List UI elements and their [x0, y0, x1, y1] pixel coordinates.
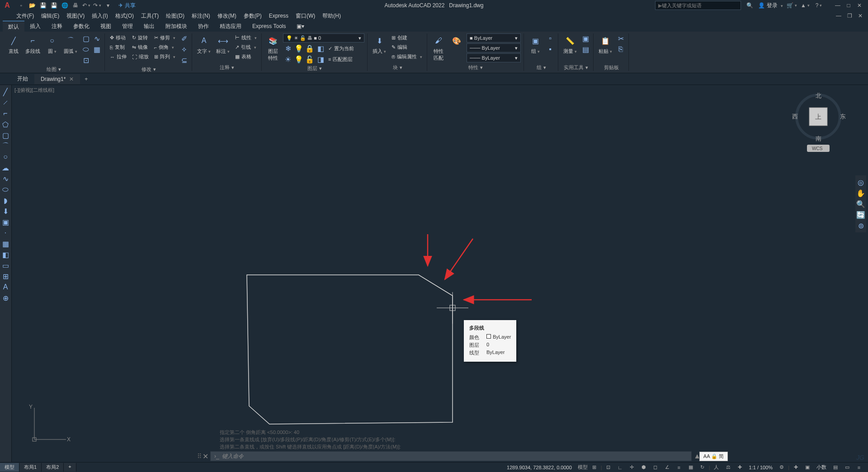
- menu-window[interactable]: 窗口(W): [292, 12, 319, 20]
- autodesk-icon[interactable]: ▲: [800, 1, 810, 10]
- doc-restore-icon[interactable]: ❐: [844, 11, 854, 20]
- tab-drawing1[interactable]: Drawing1* ✕: [34, 74, 80, 84]
- leader-button[interactable]: ↗引线: [233, 43, 259, 52]
- cart-icon[interactable]: 🛒: [787, 1, 797, 10]
- nav-fullnav-icon[interactable]: ◎: [855, 177, 866, 187]
- status-gear-icon[interactable]: ⚙: [776, 463, 787, 472]
- ribbon-tab-parametric[interactable]: 参数化: [68, 21, 95, 32]
- status-lwt-icon[interactable]: ≡: [674, 463, 684, 472]
- stretch-button[interactable]: ↔拉伸: [108, 52, 128, 61]
- trim-button[interactable]: ✂修剪: [152, 33, 177, 42]
- ribbon-tab-view[interactable]: 视图: [95, 21, 117, 32]
- tool-hatch-icon[interactable]: ▦: [0, 239, 11, 249]
- tab-start[interactable]: 开始: [11, 73, 34, 85]
- help-icon[interactable]: ?: [814, 1, 824, 10]
- menu-modify[interactable]: 修改(M): [214, 12, 240, 20]
- tab-layout1[interactable]: 布局1: [19, 463, 42, 472]
- cut-icon[interactable]: ✂: [616, 33, 626, 43]
- status-annovis-icon[interactable]: ⚖: [723, 463, 734, 472]
- color-dropdown[interactable]: ■ ByLayer▾: [467, 33, 521, 42]
- ribbon-tab-default[interactable]: 默认: [3, 20, 24, 33]
- ribbon-expand-icon[interactable]: ▣▾: [291, 21, 310, 31]
- tab-close-icon[interactable]: ✕: [69, 76, 74, 82]
- undo-icon[interactable]: ↶: [81, 1, 91, 10]
- tool-xline-icon[interactable]: ⟋: [0, 98, 11, 108]
- layer-off-icon[interactable]: 💡: [294, 43, 304, 53]
- ribbon-tab-collab[interactable]: 协作: [193, 21, 214, 32]
- circle-button[interactable]: ○ 圆: [44, 33, 60, 56]
- measure-button[interactable]: 📏 测量: [561, 33, 579, 56]
- tool-block-icon[interactable]: ▣: [0, 217, 11, 227]
- menu-edit[interactable]: 编辑(E): [38, 12, 63, 20]
- layer-thaw-icon[interactable]: ☀: [283, 54, 293, 64]
- view-cube[interactable]: 北 东 南 西 上 WCS: [791, 90, 845, 144]
- paste-button[interactable]: 📋 粘贴: [597, 33, 614, 56]
- status-cycle-icon[interactable]: ↻: [697, 463, 708, 472]
- menu-dim[interactable]: 标注(N): [188, 12, 214, 20]
- command-input[interactable]: ›_ 键入命令: [210, 451, 692, 461]
- linear-button[interactable]: ⊢线性: [233, 33, 259, 42]
- tool-ellipse-icon[interactable]: ⬭: [0, 184, 11, 194]
- status-workspace-icon[interactable]: ✚: [790, 463, 801, 472]
- tool-rect-icon[interactable]: ▢: [0, 130, 11, 140]
- layer-on-icon[interactable]: 💡: [294, 54, 304, 64]
- tool-gradient-icon[interactable]: ◧: [0, 250, 11, 260]
- pline-button[interactable]: ⌐ 多段线: [24, 33, 42, 56]
- nav-wheel-icon[interactable]: ⊚: [855, 221, 866, 231]
- rotate-button[interactable]: ↻旋转: [130, 33, 151, 42]
- menu-file[interactable]: 文件(F): [13, 12, 38, 20]
- ribbon-tab-featured[interactable]: 精选应用: [214, 21, 247, 32]
- web-icon[interactable]: 🌐: [60, 1, 70, 10]
- tool-addselect-icon[interactable]: ⊕: [0, 293, 11, 303]
- menu-param[interactable]: 参数(P): [240, 12, 265, 20]
- block-create-button[interactable]: ⊞创建: [390, 33, 424, 42]
- menu-express[interactable]: Express: [265, 13, 292, 19]
- status-units[interactable]: 小数: [814, 464, 829, 471]
- group-edit-icon[interactable]: ▪: [545, 44, 555, 54]
- util-btn1-icon[interactable]: ▣: [580, 33, 590, 43]
- status-grid-icon[interactable]: ⊞: [589, 463, 600, 472]
- status-qp-icon[interactable]: ▤: [830, 463, 841, 472]
- linetype-dropdown[interactable]: ─── ByLayer▾: [467, 53, 521, 62]
- copy-clip-icon[interactable]: ⎘: [616, 44, 626, 54]
- status-polar-icon[interactable]: ✛: [627, 463, 637, 472]
- erase-icon[interactable]: ✐: [179, 33, 189, 43]
- ribbon-tab-addon[interactable]: 附加模块: [160, 21, 193, 32]
- layer-iso-icon[interactable]: ◧: [316, 43, 326, 53]
- menu-tools[interactable]: 工具(T): [137, 12, 162, 20]
- tab-layout2[interactable]: 布局2: [42, 463, 64, 472]
- minimize-icon[interactable]: ―: [833, 1, 843, 10]
- ribbon-tab-express[interactable]: Express Tools: [247, 21, 291, 31]
- plot-icon[interactable]: 🖶: [71, 1, 80, 10]
- tool-insert-icon[interactable]: ⬇: [0, 206, 11, 216]
- status-iso-icon[interactable]: ⬢: [638, 463, 649, 472]
- layer-freeze-icon[interactable]: ❄: [283, 43, 293, 53]
- login-button[interactable]: 👤 登录: [758, 2, 783, 9]
- tool-circle-icon[interactable]: ○: [0, 152, 11, 162]
- array-button[interactable]: ⊞阵列: [152, 52, 177, 61]
- nav-orbit-icon[interactable]: 🔄: [855, 210, 866, 220]
- status-clean-icon[interactable]: ▭: [842, 463, 853, 472]
- share-button[interactable]: ✈ 共享: [118, 2, 136, 9]
- block-attr-button[interactable]: ®编辑属性: [390, 52, 424, 61]
- tool-polygon-icon[interactable]: ⬠: [0, 119, 11, 129]
- ribbon-tab-output[interactable]: 输出: [138, 21, 160, 32]
- cmd-grip-icon[interactable]: ⠿: [197, 453, 201, 460]
- ribbon-tab-annotate[interactable]: 注释: [46, 21, 68, 32]
- status-model-btn[interactable]: 模型: [577, 463, 588, 472]
- util-btn2-icon[interactable]: ▤: [580, 44, 590, 54]
- menu-insert[interactable]: 插入(I): [88, 12, 111, 20]
- redo-icon[interactable]: ↷: [92, 1, 102, 10]
- qat-dropdown-icon[interactable]: ▾: [103, 1, 113, 10]
- explode-icon[interactable]: ⟡: [179, 44, 189, 54]
- open-icon[interactable]: 📂: [27, 1, 37, 10]
- tool-line-icon[interactable]: ╱: [0, 87, 11, 97]
- close-icon[interactable]: ✕: [854, 1, 864, 10]
- tool-table-icon[interactable]: ⊞: [0, 271, 11, 281]
- status-otrack-icon[interactable]: ∠: [662, 463, 673, 472]
- match-props-button[interactable]: 🖌 特性 匹配: [430, 33, 447, 62]
- doc-minimize-icon[interactable]: ―: [834, 11, 844, 20]
- maximize-icon[interactable]: □: [844, 1, 854, 10]
- status-osnap-icon[interactable]: ◻: [650, 463, 661, 472]
- status-annoadd-icon[interactable]: ✚: [735, 463, 745, 472]
